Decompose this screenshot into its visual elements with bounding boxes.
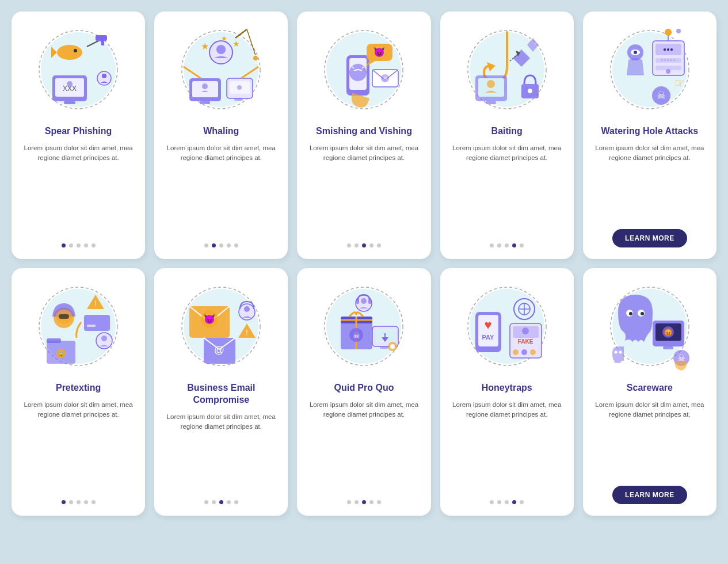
dot-2 — [212, 243, 216, 247]
card-grid: XXX Spear Phishing Lorem ipsum dolor sit… — [12, 12, 716, 516]
smishing-vishing-text: Lorem ipsum dolor sit dim amet, mea regi… — [305, 143, 422, 235]
svg-point-136 — [522, 327, 529, 334]
svg-text:PAY: PAY — [482, 334, 494, 341]
pretexting-text: Lorem ipsum dolor sit dim amet, mea regi… — [20, 400, 137, 492]
svg-point-64 — [634, 51, 637, 54]
svg-text:☠: ☠ — [353, 331, 360, 340]
svg-text:★: ★ — [221, 35, 227, 43]
svg-point-15 — [102, 74, 106, 78]
dot-5 — [92, 243, 96, 247]
dot-5 — [234, 243, 238, 247]
dot-4 — [227, 243, 231, 247]
learn-more-button-watering-hole[interactable]: LEARN MORE — [612, 229, 687, 247]
svg-point-76 — [676, 29, 681, 33]
card-bec: 😈 @ ! Business Email Compromise Lorem ip… — [154, 268, 288, 516]
svg-rect-149 — [663, 346, 673, 349]
pretexting-title: Pretexting — [56, 382, 101, 394]
svg-point-140 — [530, 349, 536, 355]
svg-text:😈: 😈 — [204, 314, 215, 325]
svg-rect-86 — [84, 319, 110, 323]
dot-3 — [362, 243, 366, 247]
pretexting-illustration: ! 🔒 — [29, 277, 127, 375]
spear-phishing-illustration: XXX — [29, 21, 127, 119]
watering-hole-title: Watering Hole Attacks — [601, 125, 699, 138]
spear-phishing-title: Spear Phishing — [45, 125, 112, 138]
dot-5 — [520, 243, 524, 247]
dot-1 — [490, 243, 494, 247]
svg-text:!: ! — [246, 329, 248, 337]
dot-5 — [377, 243, 381, 247]
svg-point-139 — [521, 349, 527, 355]
svg-text:☞: ☞ — [674, 77, 685, 89]
dot-2 — [355, 243, 359, 247]
bec-text: Lorem ipsum dolor sit dim amet, mea regi… — [162, 412, 280, 492]
dot-4 — [512, 243, 516, 247]
spear-phishing-text: Lorem ipsum dolor sit dim amet, mea regi… — [20, 143, 137, 235]
bec-illustration: 😈 @ ! — [172, 277, 270, 375]
svg-rect-32 — [234, 98, 243, 101]
whaling-title: Whaling — [203, 125, 239, 138]
dot-3 — [505, 500, 509, 504]
dot-1 — [490, 500, 494, 504]
svg-text:♥: ♥ — [484, 318, 491, 332]
card-watering-hole: ●●● * * * * * ☠ ☞ Watering Hole Attacks … — [583, 12, 716, 259]
svg-point-19 — [216, 45, 226, 54]
dot-2 — [497, 500, 501, 504]
whaling-text: Lorem ipsum dolor sit dim amet, mea regi… — [162, 143, 280, 235]
pretexting-dots — [62, 500, 96, 504]
baiting-dots — [490, 243, 524, 247]
svg-text:☠: ☠ — [657, 90, 666, 101]
dot-1 — [204, 500, 208, 504]
bec-title: Business Email Compromise — [162, 382, 280, 406]
dot-4 — [84, 243, 88, 247]
svg-text:!: ! — [94, 300, 96, 308]
svg-text:FAKE: FAKE — [517, 338, 533, 345]
svg-point-38 — [349, 64, 367, 81]
svg-text:😈: 😈 — [373, 47, 385, 58]
dot-2 — [69, 243, 73, 247]
svg-text:🔒: 🔒 — [58, 350, 65, 357]
svg-rect-87 — [87, 325, 96, 327]
svg-text:😡: 😡 — [664, 327, 673, 337]
honeytraps-text: Lorem ipsum dolor sit dim amet, mea regi… — [448, 400, 566, 492]
dot-4 — [227, 500, 231, 504]
svg-rect-28 — [200, 101, 210, 104]
card-smishing-vishing: 😈 ☠ Smishing and Vishing Lorem ipsum dol… — [297, 12, 430, 259]
svg-text:☠: ☠ — [383, 75, 388, 81]
svg-point-138 — [513, 349, 519, 355]
svg-rect-123 — [368, 299, 371, 304]
card-scareware: 😡 ☠ Scareware Lorem ipsum dolor sit dim … — [583, 268, 716, 516]
card-whaling: ★ ★ ★ — [154, 12, 288, 259]
dot-4 — [369, 243, 373, 247]
quid-pro-quo-illustration: ☠ — [315, 277, 413, 375]
svg-point-25 — [253, 56, 258, 60]
svg-point-71 — [666, 69, 670, 74]
dot-3 — [362, 500, 366, 504]
dot-3 — [505, 243, 509, 247]
dot-4 — [84, 500, 88, 504]
card-baiting: Baiting Lorem ipsum dolor sit dim amet, … — [440, 12, 574, 259]
smishing-vishing-title: Smishing and Vishing — [316, 125, 412, 138]
svg-point-4 — [74, 49, 77, 52]
quid-pro-quo-dots — [347, 500, 381, 504]
dot-5 — [92, 500, 96, 504]
smishing-vishing-dots — [347, 243, 381, 247]
dot-5 — [520, 500, 524, 504]
dot-1 — [347, 243, 351, 247]
svg-point-121 — [361, 298, 367, 304]
svg-text:@: @ — [214, 344, 224, 356]
svg-point-2 — [57, 45, 82, 60]
svg-rect-56 — [486, 101, 496, 104]
dot-1 — [204, 243, 208, 247]
card-pretexting: ! 🔒 Pretexting Lorem ipsum dolor sit — [12, 268, 145, 516]
svg-point-29 — [202, 83, 208, 89]
learn-more-button-scareware[interactable]: LEARN MORE — [612, 486, 687, 504]
svg-rect-7 — [96, 35, 107, 41]
dot-2 — [212, 500, 216, 504]
whaling-illustration: ★ ★ ★ — [172, 21, 270, 119]
card-honeytraps: ♥ PAY FAKE Honeytraps Lorem ipsum dolo — [440, 268, 574, 516]
baiting-illustration — [458, 21, 556, 119]
svg-text:★: ★ — [201, 41, 209, 51]
svg-point-93 — [101, 336, 107, 341]
svg-rect-82 — [59, 314, 69, 319]
